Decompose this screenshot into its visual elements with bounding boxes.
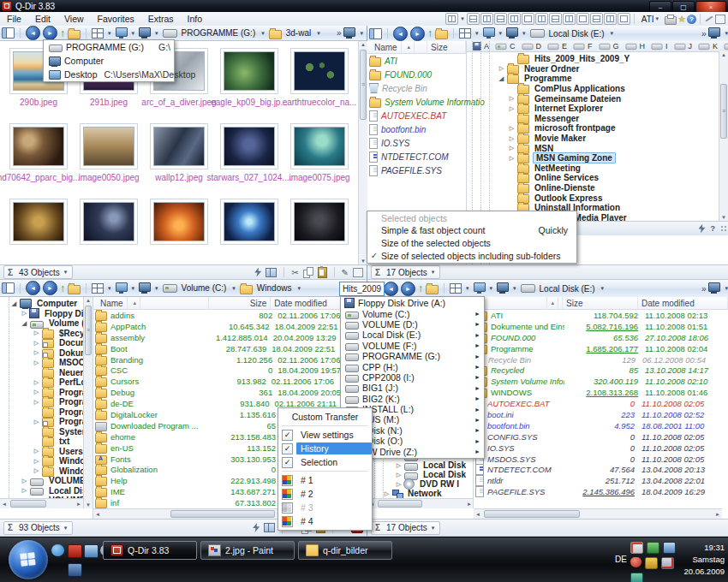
- tree-item[interactable]: MSOC: [0, 358, 83, 368]
- tray-volume-muted-icon[interactable]: [661, 557, 674, 569]
- file-row[interactable]: NTDETECT.COM 47.564 13.04.2008 20:13: [474, 464, 728, 475]
- file-row[interactable]: FOUND.000: [367, 68, 466, 81]
- tree-item[interactable]: Network: [367, 489, 474, 498]
- file-row[interactable]: MSDOS.SYS 0 11.10.2008 02:05: [474, 454, 728, 465]
- tree-item[interactable]: PerfLo: [0, 377, 83, 388]
- drive-tab[interactable]: F: [570, 42, 594, 50]
- folder-icon[interactable]: [426, 285, 439, 294]
- tree-item[interactable]: DVD RW I: [367, 479, 474, 489]
- tree-item[interactable]: VOLUME (: [0, 476, 83, 486]
- toolbar-overflow-chevron[interactable]: »: [701, 284, 707, 294]
- drive-tab[interactable]: H: [623, 42, 647, 50]
- checkbox[interactable]: ✓: [282, 443, 293, 454]
- drive-tab[interactable]: C: [492, 42, 517, 50]
- drive-tab[interactable]: D: [519, 42, 544, 50]
- menu-item[interactable]: View: [57, 12, 91, 26]
- drive-icon[interactable]: [163, 284, 177, 293]
- drive-tab[interactable]: J: [671, 42, 695, 50]
- layout-preset-button[interactable]: [522, 13, 534, 25]
- tree-expander[interactable]: [508, 135, 516, 142]
- scrollbar-horizontal[interactable]: ◄ ►: [367, 498, 474, 508]
- tree-expander[interactable]: [33, 419, 40, 425]
- tree-expander[interactable]: [33, 389, 40, 395]
- thumbnail-image[interactable]: [224, 127, 275, 166]
- chevron-down-icon[interactable]: ▾: [461, 15, 464, 22]
- dropdown-item[interactable]: Computer: [44, 54, 174, 68]
- file-row[interactable]: ATI 118.704.592 11.10.2008 02:13: [474, 310, 728, 321]
- folder-icon[interactable]: [68, 285, 81, 294]
- close-button[interactable]: ×: [695, 1, 726, 13]
- pane-sync-icon[interactable]: [266, 268, 277, 277]
- drive-selector[interactable]: PROGRAMME (G:): [180, 28, 258, 38]
- folder-icon[interactable]: [269, 30, 282, 39]
- scrollbar-vertical[interactable]: ▲ ▼: [83, 297, 92, 508]
- tree-expander[interactable]: [508, 105, 516, 112]
- tree-expander[interactable]: [33, 467, 40, 474]
- layout-preset-button[interactable]: [604, 13, 617, 25]
- folder-tree-toggle-icon[interactable]: [369, 28, 382, 39]
- menu-check-item[interactable]: ✓ History: [278, 442, 372, 455]
- file-row[interactable]: bootfont.bin: [367, 122, 466, 136]
- tree-item[interactable]: Outlook Express: [467, 193, 728, 203]
- drive-tab[interactable]: I: [648, 42, 670, 50]
- object-count-button[interactable]: Σ43 Objects▾: [3, 265, 73, 279]
- language-indicator[interactable]: DE: [615, 555, 627, 564]
- resize-grip[interactable]: [720, 225, 728, 233]
- drive-selector[interactable]: Volume (C:): [180, 283, 229, 293]
- preview-pane-icon[interactable]: [715, 15, 725, 24]
- paste-icon[interactable]: [318, 267, 327, 278]
- taskbar-button[interactable]: Q-Dir 3.83: [103, 541, 197, 560]
- forward-icon[interactable]: ►: [43, 281, 57, 295]
- folder-icon[interactable]: [68, 30, 81, 39]
- object-count-button[interactable]: Σ93 Objects▾: [3, 521, 73, 535]
- drive-icon[interactable]: [530, 29, 545, 38]
- desktop-shortcut-icon[interactable]: [116, 27, 128, 37]
- menu-item[interactable]: Edit: [28, 12, 57, 26]
- up-folder-icon[interactable]: ↑: [418, 284, 423, 293]
- thumbnail-item[interactable]: [76, 199, 141, 256]
- checkbox[interactable]: ✓: [282, 457, 293, 468]
- tree-expander[interactable]: [508, 125, 516, 132]
- file-row[interactable]: assembly 1.412.885.014 20.04.2009 13:29 …: [93, 332, 367, 343]
- file-row[interactable]: PAGEFILE.SYS 2.145.386.496 18.04.2009 16…: [474, 486, 728, 497]
- thumbnail-image[interactable]: [13, 202, 64, 241]
- tree-item[interactable]: Hits_2009_Hits_2009_Y: [467, 54, 728, 64]
- quicklaunch-remote-icon[interactable]: [68, 563, 82, 577]
- desktop-shortcut-icon[interactable]: [483, 27, 495, 37]
- quick-action-lightning-icon[interactable]: [699, 224, 706, 234]
- quick-action-lightning-icon[interactable]: [253, 523, 260, 532]
- popup-item[interactable]: ✓ Size of selected objects including sub…: [367, 249, 576, 262]
- tree-expander[interactable]: [498, 65, 505, 72]
- file-row[interactable]: ntldr 251.712 13.04.2008 22:01: [474, 475, 728, 486]
- back-icon[interactable]: ◄: [384, 282, 398, 296]
- file-row[interactable]: AUTOEXEC.BAT 0 11.10.2008 02:05: [474, 398, 728, 409]
- view-mode-icon[interactable]: [92, 28, 104, 39]
- tree-item[interactable]: Neuer Ordner: [467, 64, 728, 74]
- tree-item[interactable]: MSN: [467, 143, 728, 153]
- layout-preset-button[interactable]: [535, 13, 548, 25]
- tree-expander[interactable]: [33, 340, 40, 347]
- tree-item[interactable]: Computer: [0, 299, 83, 309]
- tree-item[interactable]: Volume (C: [0, 318, 83, 329]
- drive-menu-item[interactable]: BIG1 (J:) ►: [341, 383, 484, 393]
- menu-check-item[interactable]: ✓ Selection: [278, 455, 372, 469]
- thumbnail-item[interactable]: [217, 199, 282, 256]
- drive-menu-item[interactable]: CPP (H:) ►: [341, 361, 484, 371]
- favorites-star-icon[interactable]: ★: [677, 14, 686, 25]
- tree-item[interactable]: txt: [0, 436, 83, 447]
- thumbnail-item[interactable]: hd70642_pparc_big...: [6, 123, 71, 190]
- file-row[interactable]: Debug 361 18.04.2009 20:05 2 / 6: [93, 387, 367, 398]
- thumbnail-item[interactable]: [146, 199, 212, 256]
- tree-item[interactable]: Local Disk: [367, 470, 474, 479]
- drive-tab[interactable]: K: [695, 42, 719, 50]
- tree-expander[interactable]: [21, 487, 28, 494]
- file-row[interactable]: WINDOWS 2.108.313.268 11.10.2008 01:46: [474, 387, 728, 398]
- tree-expander[interactable]: [395, 481, 403, 488]
- file-row[interactable]: Recycle Bin 129 06.12.2008 00:54: [474, 354, 728, 365]
- drive-menu-item[interactable]: VOLUME (F:) ►: [341, 341, 484, 351]
- menu-item[interactable]: File: [0, 12, 28, 26]
- menu-preset-item[interactable]: # 1: [278, 473, 372, 487]
- toolbar-overflow-chevron[interactable]: »: [337, 28, 342, 38]
- view-mode-icon[interactable]: [450, 283, 462, 294]
- tree-expander[interactable]: [33, 448, 40, 454]
